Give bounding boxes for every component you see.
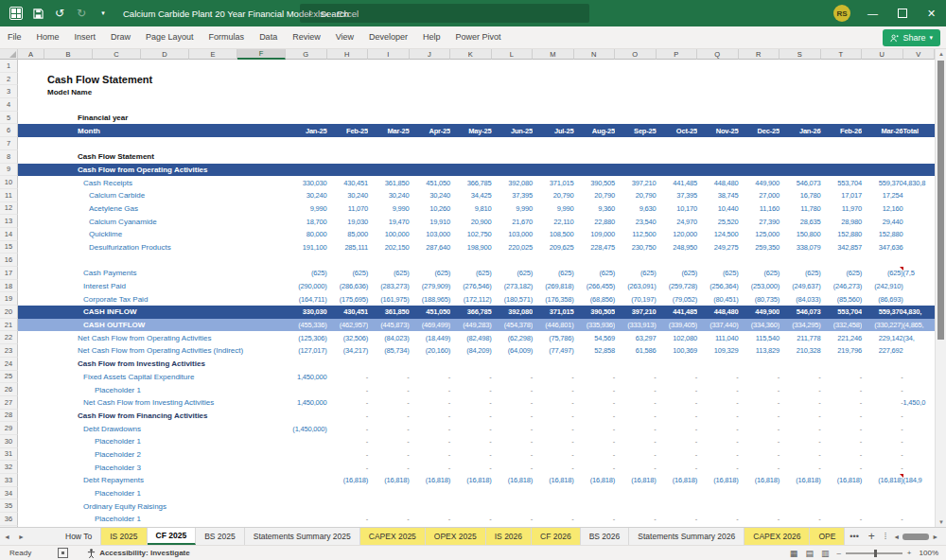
col-header-V[interactable]: V [903, 49, 936, 60]
cell[interactable]: - [574, 422, 616, 435]
cell[interactable]: Jan-26 [780, 124, 821, 137]
cell[interactable] [533, 499, 574, 513]
cell[interactable]: - [450, 448, 492, 462]
cell[interactable] [368, 60, 410, 73]
cell[interactable] [657, 499, 698, 513]
cell[interactable] [410, 150, 451, 164]
cell[interactable]: - [615, 383, 657, 396]
cell[interactable]: 54,569 [574, 331, 616, 344]
cell[interactable] [862, 137, 903, 150]
cell[interactable]: 210,328 [780, 344, 821, 358]
cell[interactable] [697, 137, 739, 150]
cell[interactable]: 102,080 [657, 331, 698, 344]
cell[interactable]: 150,800 [780, 228, 821, 241]
cell[interactable]: 9,630 [615, 202, 657, 216]
cell[interactable]: 441,485 [657, 176, 698, 189]
cell[interactable]: 19,910 [410, 215, 451, 228]
cell[interactable] [574, 164, 616, 177]
cell[interactable]: (84,033) [780, 292, 821, 306]
cell[interactable]: 211,778 [780, 331, 821, 344]
cell[interactable]: (16,818) [492, 474, 534, 487]
cell[interactable]: - [533, 422, 574, 435]
cell[interactable]: 441,485 [657, 306, 698, 319]
cell[interactable]: 52,858 [574, 344, 616, 358]
cell[interactable]: 24,970 [657, 215, 698, 228]
cell[interactable]: (249,637) [780, 280, 821, 293]
cell[interactable]: (125,306) [286, 331, 327, 344]
cell[interactable] [450, 499, 492, 513]
cell[interactable]: - [615, 461, 657, 474]
menu-tab-view[interactable]: View [328, 26, 361, 48]
col-header-H[interactable]: H [327, 49, 369, 60]
cell[interactable]: (625) [739, 267, 780, 280]
sheet-tab-capex-2025[interactable]: CAPEX 2025 [360, 528, 426, 545]
save-icon[interactable] [31, 7, 44, 20]
cell[interactable] [286, 474, 327, 487]
cell[interactable] [657, 73, 698, 86]
total-cell[interactable] [903, 215, 936, 228]
cell[interactable]: 22,880 [574, 215, 616, 228]
cell[interactable]: 30,240 [327, 189, 369, 202]
total-cell[interactable] [903, 150, 936, 164]
cell[interactable]: - [574, 513, 616, 526]
menu-tab-data[interactable]: Data [252, 26, 285, 48]
cell[interactable]: (625) [657, 267, 698, 280]
cell[interactable]: (337,440) [697, 319, 739, 332]
cell[interactable] [410, 487, 451, 500]
sheet-tab-statements-summary-2025[interactable]: Statements Summary 2025 [245, 528, 360, 545]
cell[interactable] [821, 150, 863, 164]
cell[interactable]: (625) [615, 267, 657, 280]
cell[interactable] [574, 98, 616, 112]
cell[interactable]: - [450, 410, 492, 423]
cell[interactable]: - [368, 513, 410, 526]
cell[interactable]: (85,734) [368, 344, 410, 358]
cell[interactable]: 390,505 [574, 176, 616, 189]
cell[interactable]: - [862, 513, 903, 526]
cell[interactable] [780, 60, 821, 73]
sheet-tab-is-2025[interactable]: IS 2025 [101, 528, 147, 545]
row-number[interactable]: 9 [0, 164, 18, 177]
cell[interactable] [780, 137, 821, 150]
cell[interactable]: - [533, 410, 574, 423]
share-button[interactable]: Share ▾ [883, 29, 940, 46]
cell[interactable]: 124,500 [697, 228, 739, 241]
cell[interactable]: 559,370 [862, 176, 903, 189]
cell[interactable]: (462,957) [327, 319, 369, 332]
cell[interactable]: 85,000 [327, 228, 369, 241]
cell[interactable] [821, 98, 863, 112]
col-header-R[interactable]: R [739, 49, 780, 60]
col-header-E[interactable]: E [189, 49, 237, 60]
cell[interactable]: 100,369 [657, 344, 698, 358]
cell[interactable] [657, 137, 698, 150]
cell[interactable]: 28,635 [780, 215, 821, 228]
cell[interactable] [739, 60, 780, 73]
cell[interactable] [739, 164, 780, 177]
cell[interactable]: - [657, 383, 698, 396]
cell[interactable] [780, 164, 821, 177]
cell[interactable]: (625) [533, 267, 574, 280]
cell[interactable]: - [739, 371, 780, 384]
cell[interactable]: (62,298) [492, 331, 534, 344]
cell[interactable]: 10,440 [697, 202, 739, 216]
cell[interactable] [533, 137, 574, 150]
row-label-cell[interactable]: Cash Flow from Investing Activities [18, 358, 286, 371]
cell[interactable]: - [368, 435, 410, 448]
cell[interactable] [697, 98, 739, 112]
tab-splitter-handle[interactable]: ⁞ [880, 528, 892, 545]
cell[interactable]: 249,275 [697, 241, 739, 254]
sheet-tab-cf-2026[interactable]: CF 2026 [532, 528, 581, 545]
cell[interactable]: Apr-25 [410, 124, 451, 137]
cell[interactable]: 19,030 [327, 215, 369, 228]
cell[interactable] [286, 98, 327, 112]
cell[interactable]: 390,505 [574, 306, 616, 319]
cell[interactable]: (279,909) [410, 280, 451, 293]
cell[interactable] [533, 254, 574, 267]
cell[interactable] [574, 358, 616, 371]
cell[interactable] [533, 73, 574, 86]
more-sheets-icon[interactable]: ••• [845, 528, 863, 545]
cell[interactable] [739, 85, 780, 98]
cell[interactable]: - [492, 448, 534, 462]
cell[interactable]: 111,040 [697, 331, 739, 344]
col-header-D[interactable]: D [141, 49, 189, 60]
cell[interactable] [533, 60, 574, 73]
